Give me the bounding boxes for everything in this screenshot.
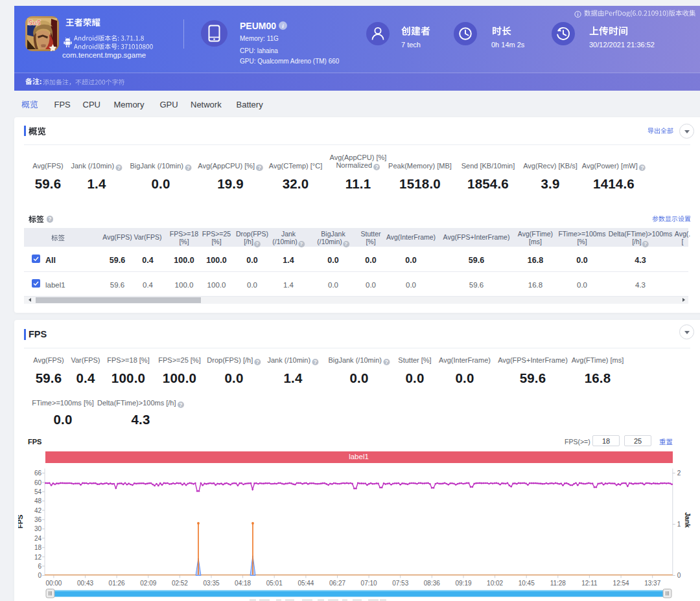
svg-text:06:27: 06:27	[329, 580, 345, 587]
svg-text:11:28: 11:28	[550, 580, 566, 587]
svg-text:07:53: 07:53	[392, 580, 408, 587]
svg-text:02:09: 02:09	[140, 580, 156, 587]
svg-text:12: 12	[34, 554, 42, 561]
svg-text:0: 0	[38, 572, 41, 579]
svg-text:48: 48	[34, 497, 42, 505]
svg-text:24: 24	[34, 535, 42, 542]
svg-text:60: 60	[34, 479, 42, 486]
svg-text:36: 36	[34, 516, 42, 523]
svg-text:18: 18	[34, 544, 42, 551]
svg-text:2: 2	[677, 470, 681, 477]
svg-text:00:00: 00:00	[45, 580, 62, 587]
svg-text:Jank: Jank	[684, 512, 692, 528]
svg-text:03:35: 03:35	[203, 580, 219, 587]
svg-text:02:52: 02:52	[172, 580, 188, 587]
svg-text:10:02: 10:02	[487, 580, 503, 587]
svg-text:13:37: 13:37	[644, 580, 660, 587]
svg-text:05:44: 05:44	[298, 580, 314, 587]
svg-text:1: 1	[677, 521, 681, 528]
svg-text:12:11: 12:11	[581, 580, 598, 587]
svg-text:10:45: 10:45	[519, 580, 535, 587]
svg-text:6: 6	[38, 563, 41, 570]
svg-text:09:19: 09:19	[455, 580, 471, 587]
svg-text:00:43: 00:43	[77, 580, 93, 587]
svg-text:42: 42	[34, 507, 42, 514]
svg-text:08:36: 08:36	[424, 580, 440, 587]
svg-text:30: 30	[34, 525, 42, 532]
svg-text:FPS: FPS	[18, 515, 24, 528]
svg-text:01:26: 01:26	[109, 580, 125, 587]
svg-text:66: 66	[34, 470, 42, 477]
svg-text:12:54: 12:54	[613, 580, 629, 587]
svg-text:07:10: 07:10	[361, 580, 377, 587]
svg-text:05:01: 05:01	[266, 580, 283, 587]
svg-text:0: 0	[677, 572, 681, 579]
svg-text:5v5: 5v5	[29, 19, 41, 27]
svg-text:54: 54	[34, 488, 42, 495]
svg-text:04:18: 04:18	[235, 580, 251, 587]
